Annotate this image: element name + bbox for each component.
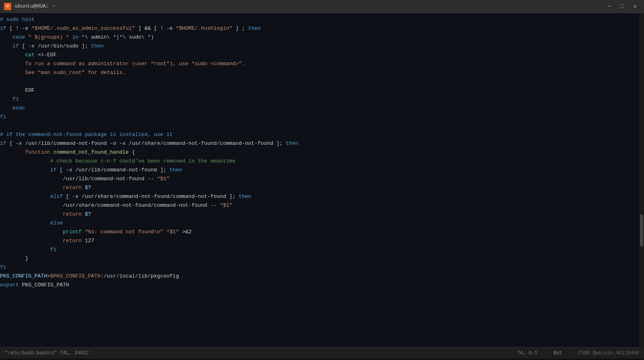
- line-item: # if the command-not-found package is in…: [0, 130, 644, 139]
- line-item: return $?: [0, 183, 644, 192]
- statusbar: "/etc/bash.bashrc" 74L, 2401C 74, 0-1 Bo…: [0, 347, 644, 358]
- terminal[interactable]: # sudo hint if [ ! -e “$HOME/.sudo_as_ad…: [0, 13, 644, 360]
- cursor-position: 74, 0-1: [517, 350, 537, 356]
- line-item: }: [0, 254, 644, 263]
- line-item: if [ -x /usr/bin/sudo ]; then: [0, 42, 644, 51]
- maximize-button[interactable]: □: [617, 2, 627, 11]
- line-item: [0, 77, 644, 86]
- line-item: fi: [0, 263, 644, 272]
- titlebar: U ubuntu@HUA: ~ ─ □ ✕: [0, 0, 644, 13]
- line-item: See “man sudo_root” for details.: [0, 68, 644, 77]
- line-item: fi: [0, 113, 644, 121]
- line-item: else: [0, 219, 644, 228]
- close-button[interactable]: ✕: [630, 2, 640, 11]
- line-item: return $?: [0, 210, 644, 219]
- line-item: /usr/lib/command-not-found -- “$1”: [0, 175, 644, 183]
- minimize-button[interactable]: ─: [605, 2, 614, 11]
- line-item: # check because c-n-f could’ve been remo…: [0, 157, 644, 166]
- line-item: return 127: [0, 237, 644, 245]
- line-item: if [ ! -e “$HOME/.sudo_as_admin_successf…: [0, 24, 644, 33]
- line-item: if [ -x /usr/lib/command-not-found -o -x…: [0, 139, 644, 148]
- line-item: elif [ -x /usr/share/command-not-found/c…: [0, 192, 644, 201]
- line-item: fi: [0, 245, 644, 254]
- app-icon: U: [4, 3, 11, 10]
- line-item: esac: [0, 104, 644, 113]
- line-item: To run a command as administrator (user …: [0, 60, 644, 68]
- line-item: function command_not_found_handle {: [0, 148, 644, 157]
- line-item: cat <<-EOF: [0, 51, 644, 60]
- line-item: # sudo hint: [0, 15, 644, 24]
- code-area: # sudo hint if [ ! -e “$HOME/.sudo_as_ad…: [0, 14, 644, 347]
- file-info: "/etc/bash.bashrc" 74L, 2401C: [5, 350, 89, 356]
- line-item: PKG_CONFIG_PATH=$PKG_CONFIG_PATH:/usr/lo…: [0, 272, 644, 281]
- scrollbar-track[interactable]: [639, 13, 644, 349]
- line-item: EOF: [0, 86, 644, 95]
- line-item: printf “%s: command not found\n” “$1” >&…: [0, 228, 644, 237]
- line-item: [0, 121, 644, 130]
- scroll-position: Bot: [553, 350, 562, 356]
- line-item: case “ $(groups) “ in *\ admin\ *|*\ sud…: [0, 33, 644, 42]
- watermark: CSDN @weixin_46119406: [578, 350, 639, 356]
- line-item: export PKG_CONFIG_PATH: [0, 281, 644, 290]
- line-item: /usr/share/command-not-found/command-not…: [0, 201, 644, 210]
- window-title: ubuntu@HUA: ~: [14, 3, 55, 9]
- scrollbar-thumb[interactable]: [640, 214, 643, 247]
- line-item: fi: [0, 95, 644, 104]
- window-controls: ─ □ ✕: [605, 2, 640, 11]
- line-item: if [ -x /usr/lib/command-not-found ]; th…: [0, 166, 644, 175]
